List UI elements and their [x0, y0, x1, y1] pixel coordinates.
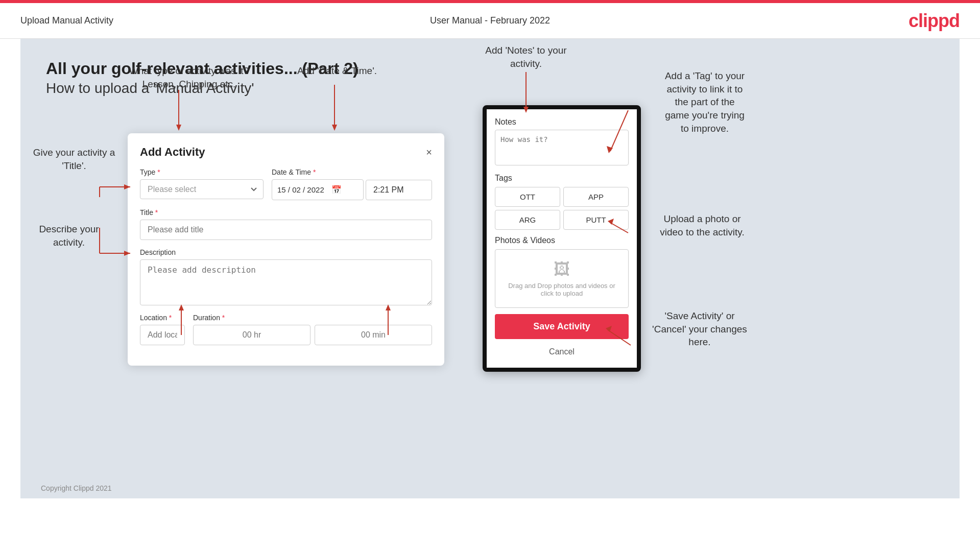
annotation-title: Give your activity a 'Title'. — [26, 146, 123, 172]
title-input[interactable] — [140, 220, 432, 240]
phone-frame: Notes Tags OTT APP ARG PUTT Photos & Vid… — [483, 105, 641, 372]
type-select[interactable]: Please select — [140, 179, 264, 199]
header-center: User Manual - February 2022 — [430, 15, 550, 26]
tags-label: Tags — [495, 174, 629, 183]
annotation-save: 'Save Activity' or 'Cancel' your changes… — [626, 309, 774, 349]
annotation-description: Describe your activity. — [20, 223, 117, 249]
add-activity-dialog: Add Activity × Type * Please select Date… — [128, 133, 444, 366]
tag-ott[interactable]: OTT — [495, 187, 560, 207]
form-group-datetime: Date & Time * 15 / 02 / 2022 📅 — [272, 168, 432, 200]
form-row-location-duration: Location * Duration * — [140, 314, 432, 345]
title-label: Title * — [140, 208, 432, 217]
photos-drop-text: Drag and Drop photos and videos or click… — [508, 282, 615, 297]
notes-textarea[interactable] — [495, 130, 629, 165]
tags-grid: OTT APP ARG PUTT — [495, 187, 629, 230]
tag-app[interactable]: APP — [563, 187, 629, 207]
save-activity-button[interactable]: Save Activity — [495, 314, 629, 339]
tag-putt[interactable]: PUTT — [563, 210, 629, 230]
date-time-group: 15 / 02 / 2022 📅 — [272, 179, 432, 200]
date-input[interactable]: 15 / 02 / 2022 📅 — [272, 179, 364, 200]
annotation-notes: Add 'Notes' to your activity. — [470, 44, 582, 70]
tag-arg[interactable]: ARG — [495, 210, 560, 230]
form-group-duration: Duration * — [193, 314, 432, 345]
photos-drop-zone[interactable]: 🖼 Drag and Drop photos and videos or cli… — [495, 249, 629, 308]
form-group-title: Title * — [140, 208, 432, 240]
time-input[interactable] — [366, 180, 432, 200]
dialog-header: Add Activity × — [140, 146, 432, 159]
datetime-label: Date & Time * — [272, 168, 432, 176]
logo: clippd — [909, 10, 960, 32]
duration-label: Duration * — [193, 314, 432, 322]
annotation-tag: Add a 'Tag' to your activity to link it … — [633, 69, 776, 135]
duration-min-input[interactable] — [315, 325, 432, 345]
annotation-datetime: Add 'Date & Time'. — [286, 64, 388, 78]
main-content: All your golf-relevant activities... (Pa… — [20, 39, 960, 498]
copyright: Copyright Clippd 2021 — [41, 484, 112, 492]
location-label: Location * — [140, 314, 185, 322]
annotation-type: What type of activity was it? Lesson, Ch… — [128, 64, 250, 90]
dialog-title: Add Activity — [140, 146, 205, 159]
form-group-description: Description — [140, 248, 432, 305]
form-row-description: Description — [140, 248, 432, 305]
form-row-type-datetime: Type * Please select Date & Time * 15 / … — [140, 168, 432, 200]
form-group-location: Location * — [140, 314, 185, 345]
svg-marker-3 — [332, 125, 337, 131]
type-label: Type * — [140, 168, 264, 176]
location-input[interactable] — [140, 325, 185, 345]
photos-label: Photos & Videos — [495, 236, 629, 245]
description-label: Description — [140, 248, 432, 256]
notes-label: Notes — [495, 117, 629, 127]
annotation-photo: Upload a photo or video to the activity. — [633, 212, 771, 238]
cancel-button[interactable]: Cancel — [495, 344, 629, 360]
header: Upload Manual Activity User Manual - Feb… — [0, 3, 980, 39]
form-row-title: Title * — [140, 208, 432, 240]
form-group-type: Type * Please select — [140, 168, 264, 200]
duration-hr-input[interactable] — [193, 325, 310, 345]
description-textarea[interactable] — [140, 259, 432, 305]
header-left: Upload Manual Activity — [20, 15, 113, 26]
svg-marker-1 — [176, 125, 181, 131]
duration-row — [193, 325, 432, 345]
phone-inner: Notes Tags OTT APP ARG PUTT Photos & Vid… — [487, 109, 637, 368]
photo-icon: 🖼 — [506, 260, 618, 279]
dialog-close-button[interactable]: × — [426, 147, 432, 158]
